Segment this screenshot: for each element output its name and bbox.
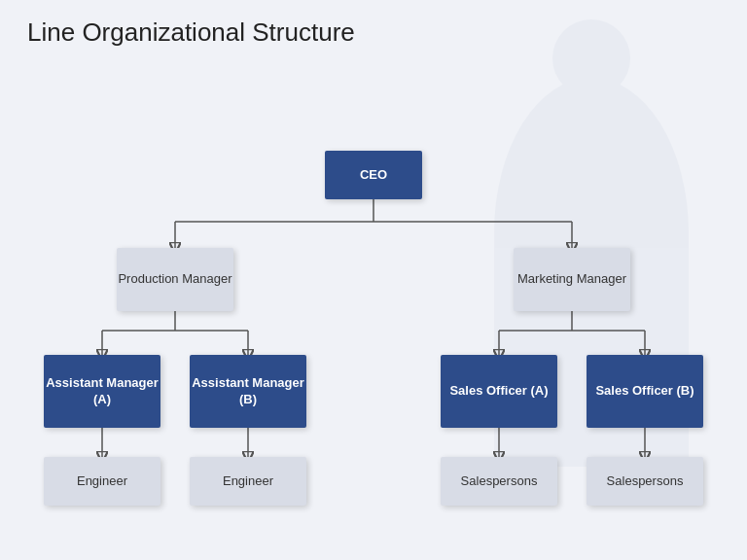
sales-officer-b-box: Sales Officer (B) (587, 355, 703, 428)
marketing-manager-box: Marketing Manager (514, 248, 630, 311)
asst-manager-b-box: Assistant Manager (B) (190, 355, 306, 428)
engineer-1-box: Engineer (44, 457, 160, 506)
ceo-box: CEO (325, 151, 422, 199)
sales-officer-a-box: Sales Officer (A) (441, 355, 557, 428)
salespersons-1-box: Salespersons (441, 457, 557, 506)
salespersons-2-box: Salespersons (587, 457, 703, 506)
asst-manager-a-box: Assistant Manager (A) (44, 355, 160, 428)
page-title: Line Organizational Structure (27, 18, 355, 48)
engineer-2-box: Engineer (190, 457, 306, 506)
org-chart: CEO Production Manager Marketing Manager… (0, 68, 747, 560)
production-manager-box: Production Manager (117, 248, 233, 311)
